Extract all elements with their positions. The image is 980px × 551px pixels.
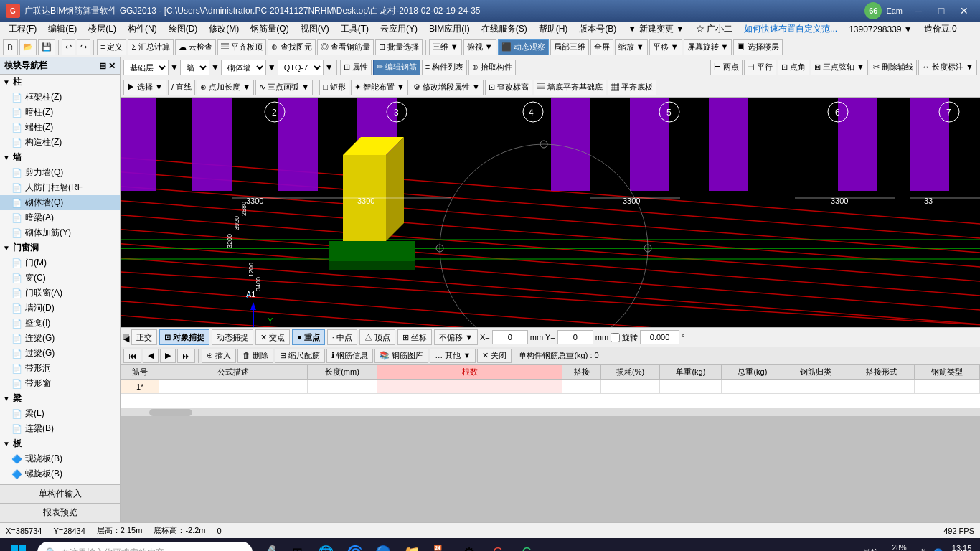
menu-floor[interactable]: 楼层(L) [83, 22, 122, 37]
pan-button[interactable]: 平移 ▼ [649, 39, 682, 55]
cloud-check-button[interactable]: ☁ 云检查 [175, 39, 216, 55]
modify-segment-button[interactable]: ⚙ 修改增段属性 ▼ [410, 80, 484, 95]
open-button[interactable]: 📂 [19, 39, 37, 55]
sidebar-item-civil-defense-wall[interactable]: 📄 人防门框墙(RF [0, 180, 120, 195]
close-button[interactable]: ✕ [954, 4, 974, 18]
rotate-checkbox[interactable] [611, 333, 620, 342]
cell-formula[interactable] [159, 380, 307, 394]
taskbar-icon-edge2[interactable]: 🔵 [370, 540, 396, 551]
align-slab-button[interactable]: ▦ 平齐底板 [608, 80, 656, 95]
line-button[interactable]: / 直线 [168, 80, 195, 95]
length-mark-button[interactable]: ↔ 长度标注 ▼ [918, 60, 977, 75]
object-snap-button[interactable]: ⊡ 对象捕捉 [159, 329, 209, 345]
wall-spec-select[interactable]: QTQ-7 [278, 60, 324, 75]
sidebar-item-niche[interactable]: 📄 壁龛(I) [0, 316, 120, 331]
taskbar-icon-edge[interactable]: 🌐 [313, 540, 339, 551]
sidebar-item-beam[interactable]: 📄 梁(L) [0, 406, 120, 421]
new-button[interactable]: 🗋 [3, 39, 18, 55]
scale-rebar-button[interactable]: ⊞ 缩尺配筋 [275, 349, 325, 363]
taskbar-icon-folder[interactable]: 📁 [399, 540, 425, 551]
sidebar-item-hidden-column[interactable]: 📄 暗柱(Z) [0, 105, 120, 120]
component-list-button[interactable]: ≡ 构件列表 [422, 60, 467, 75]
view-rebar-button[interactable]: ◎ 查看钢筋量 [317, 39, 374, 55]
horizontal-scrollbar[interactable] [121, 408, 980, 416]
properties-button[interactable]: ⊞ 属性 [340, 60, 372, 75]
taskbar-icon-ggj[interactable]: G [485, 540, 511, 551]
wall-type-select[interactable]: 砌体墙 [221, 60, 266, 75]
first-button[interactable]: ⏮ [123, 349, 141, 363]
report-preview-button[interactable]: 报表预览 [0, 504, 120, 522]
insert-button[interactable]: ⊕ 插入 [202, 349, 236, 363]
rebar-library-button[interactable]: 📚 钢筋图库 [374, 349, 428, 363]
floor-select[interactable]: 基础层 [123, 60, 169, 75]
search-box[interactable]: 🔍 在这里输入你要搜索的内容 [37, 542, 253, 551]
menu-cloud[interactable]: 云应用(Y) [374, 22, 423, 37]
sidebar-item-frame-column[interactable]: 📄 框架柱(Z) [0, 90, 120, 105]
dynamic-snap-button[interactable]: 动态捕捉 [212, 329, 253, 345]
fullscreen-button[interactable]: 全屏 [590, 39, 613, 55]
sidebar-item-coupling-beam[interactable]: 📄 连梁(G) [0, 331, 120, 346]
sidebar-item-column-group[interactable]: ▼ 柱 [0, 75, 120, 90]
sidebar-item-door-window-group[interactable]: ▼ 门窗洞 [0, 240, 120, 255]
sidebar-item-door[interactable]: 📄 门(M) [0, 255, 120, 270]
taskbar-icon-ie[interactable]: 🌀 [341, 540, 367, 551]
menu-component[interactable]: 构件(N) [122, 22, 163, 37]
find-element-button[interactable]: ⊕ 查找图元 [268, 39, 315, 55]
undo-button[interactable]: ↩ [62, 39, 75, 55]
maximize-button[interactable]: □ [931, 4, 951, 18]
sidebar-item-masonry-rebar[interactable]: 📄 砌体加筋(Y) [0, 225, 120, 240]
menu-help-link[interactable]: 如何快速布置自定义范... [738, 22, 843, 37]
3d-button[interactable]: 三维 ▼ [429, 39, 462, 55]
next-button[interactable]: ▶ [160, 349, 176, 363]
dynamic-view-button[interactable]: ⬛ 动态观察 [498, 39, 549, 55]
calculate-button[interactable]: Σ 汇总计算 [128, 39, 174, 55]
taskbar-icon-app[interactable]: C [514, 540, 540, 551]
sidebar-item-masonry-wall[interactable]: 📄 砌体墙(Q) [0, 195, 120, 210]
parallel-button[interactable]: ⊣ 平行 [744, 60, 776, 75]
align-foundation-button[interactable]: ▤ 墙底平齐基础底 [534, 80, 606, 95]
save-button[interactable]: 💾 [38, 39, 55, 55]
scrollbar-thumb[interactable] [149, 409, 192, 416]
angle-button[interactable]: ⊡ 点角 [778, 60, 809, 75]
no-offset-button[interactable]: 不偏移 ▼ [434, 329, 478, 345]
smart-layout-button[interactable]: ✦ 智能布置 ▼ [351, 80, 408, 95]
select-button[interactable]: ▶ 选择 ▼ [123, 80, 166, 95]
start-button[interactable] [3, 540, 34, 551]
x-input[interactable] [492, 330, 528, 344]
menu-draw[interactable]: 绘图(D) [163, 22, 204, 37]
menu-assistant[interactable]: ☆ 广小二 [690, 22, 738, 37]
menu-change[interactable]: ▼ 新建变更 ▼ [622, 22, 689, 37]
delete-row-button[interactable]: 🗑 删除 [237, 349, 273, 363]
rotate-input[interactable] [640, 330, 679, 344]
sidebar-item-end-column[interactable]: 📄 端柱(Z) [0, 120, 120, 135]
redo-button[interactable]: ↪ [77, 39, 90, 55]
sidebar-item-strip-hole[interactable]: 📄 带形洞 [0, 361, 120, 376]
orthogonal-button[interactable]: 正交 [131, 329, 157, 345]
menu-file[interactable]: 工程(F) [3, 22, 42, 37]
chord-axis-button[interactable]: ⊠ 三点弦轴 ▼ [811, 60, 868, 75]
delete-aux-button[interactable]: ✂ 删除辅线 [870, 60, 917, 75]
vertex-snap-button[interactable]: △ 顶点 [359, 329, 395, 345]
coord-snap-button[interactable]: ⊞ 坐标 [397, 329, 432, 345]
edit-rebar-button[interactable]: ✏ 编辑钢筋 [373, 60, 420, 75]
cell-count[interactable] [377, 380, 562, 394]
last-button[interactable]: ⏭ [177, 349, 195, 363]
sidebar-item-connecting-beam[interactable]: 📄 连梁(B) [0, 421, 120, 436]
intersection-snap-button[interactable]: ✕ 交点 [255, 329, 290, 345]
menu-phone[interactable]: 13907298339 ▼ [843, 23, 918, 36]
taskbar-icon-store[interactable]: 🏪 [428, 540, 453, 551]
sidebar-item-hidden-beam[interactable]: 📄 暗梁(A) [0, 210, 120, 225]
menu-bim[interactable]: BIM应用(I) [423, 22, 476, 37]
sidebar-item-struct-column[interactable]: 📄 构造柱(Z) [0, 135, 120, 150]
center-snap-button[interactable]: · 中点 [327, 329, 357, 345]
prev-button[interactable]: ◀ [143, 349, 159, 363]
sidebar-item-beam-group[interactable]: ▼ 梁 [0, 391, 120, 406]
arc-button[interactable]: ∿ 三点画弧 ▼ [255, 80, 313, 95]
menu-online[interactable]: 在线服务(S) [476, 22, 533, 37]
pick-component-button[interactable]: ⊕ 拾取构件 [468, 60, 516, 75]
check-elevation-button[interactable]: ⊡ 查改标高 [485, 80, 532, 95]
point-extend-button[interactable]: ⊕ 点加长度 ▼ [197, 80, 254, 95]
zoom-button[interactable]: 缩放 ▼ [615, 39, 648, 55]
menu-edit[interactable]: 编辑(E) [42, 22, 83, 37]
sidebar-item-cast-slab[interactable]: 🔷 现浇板(B) [0, 451, 120, 466]
